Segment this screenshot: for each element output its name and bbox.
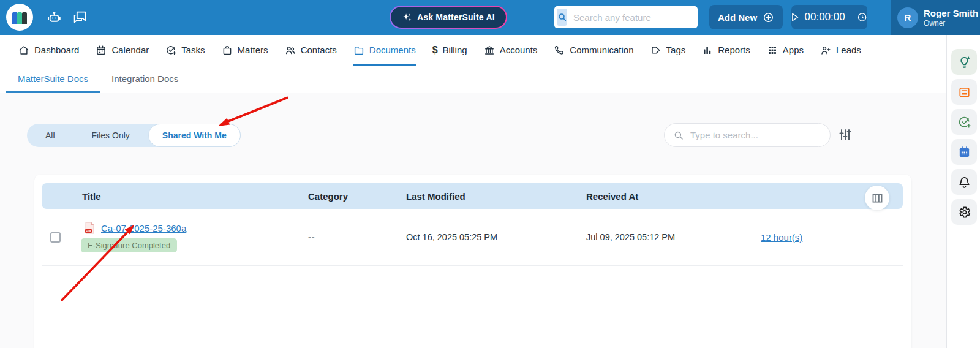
user-menu[interactable]: R Roger Smith Owner [891,0,980,35]
table-search-input[interactable] [690,130,821,140]
nav-item-communication[interactable]: Communication [554,35,633,66]
column-chooser-button[interactable] [865,186,889,210]
apps-grid-icon [767,45,778,56]
task-check-icon [165,45,176,56]
search-icon [673,130,684,141]
nav-item-documents[interactable]: Documents [353,35,416,66]
nav-item-calendar[interactable]: Calendar [96,35,149,66]
row-category: -- [305,232,403,242]
row-last-modified: Oct 16, 2025 05:25 PM [403,232,583,242]
home-icon [18,45,29,56]
right-utility-sidebar [946,35,980,348]
global-search-input[interactable] [573,12,695,23]
nav-item-leads[interactable]: Leads [820,35,861,66]
chat-icon[interactable] [72,10,88,28]
search-icon[interactable] [557,9,567,26]
nav-item-tasks[interactable]: Tasks [165,35,205,66]
lightbulb-icon [957,55,971,69]
sparkle-icon [402,12,412,23]
clock-icon[interactable] [857,12,867,23]
ai-insights-button[interactable] [951,49,977,75]
table-search [664,123,831,147]
filter-files-only[interactable]: Files Only [74,124,148,147]
notes-button[interactable] [951,79,977,105]
logo-mark [11,9,28,25]
nav-item-contacts[interactable]: Contacts [285,35,337,66]
mattersuite-app: Ask MatterSuite AI Add New 00:00:00 [0,0,980,348]
row-checkbox[interactable] [50,232,61,243]
nav-item-matters[interactable]: Matters [222,35,268,66]
row-received-at: Jul 09, 2025 05:12 PM [583,232,748,242]
app-header: Ask MatterSuite AI Add New 00:00:00 [0,0,980,35]
people-icon [285,45,296,56]
timer-value: 00:00:00 [805,11,845,23]
settings-button[interactable] [951,199,977,225]
add-new-button[interactable]: Add New [709,5,783,29]
nav-item-tags[interactable]: Tags [650,35,686,66]
timer-widget[interactable]: 00:00:00 [791,5,867,29]
table-header: Title Category Last Modified Received At [42,183,903,209]
person-plus-icon [820,45,831,56]
document-filter-group: All Files Only Shared With Me [27,124,241,147]
sidebar-divider [951,246,978,246]
user-role: Owner [924,19,978,28]
user-name: Roger Smith [924,8,978,19]
folder-icon [353,45,364,56]
col-title[interactable]: Title [80,191,305,202]
ask-mattersuite-ai-button[interactable]: Ask MatterSuite AI [390,6,507,29]
play-icon[interactable] [791,13,799,21]
timer-separator [851,12,851,23]
global-search [554,6,698,28]
phone-icon [554,45,565,56]
col-last-modified[interactable]: Last Modified [403,191,583,202]
task-add-icon [957,115,971,129]
calendar-blue-icon [957,145,971,159]
nav-item-accounts[interactable]: Accounts [484,35,538,66]
calendar-icon [96,45,107,56]
nav-item-reports[interactable]: Reports [702,35,750,66]
tag-icon [650,45,662,56]
bell-icon [957,175,971,189]
plus-circle-icon [763,12,774,23]
calendar-widget-button[interactable] [951,139,977,165]
filter-sliders-icon[interactable] [838,127,853,142]
ask-ai-label: Ask MatterSuite AI [417,12,495,22]
filter-all[interactable]: All [27,124,74,147]
gear-icon [957,205,971,219]
col-received-at[interactable]: Received At [583,191,748,202]
nav-item-apps[interactable]: Apps [767,35,804,66]
add-new-label: Add New [718,12,757,23]
documents-content: All Files Only Shared With Me Title Cate… [0,93,946,348]
docs-subtabs: MatterSuite Docs Integration Docs [0,66,946,93]
note-icon [957,85,971,99]
ai-robot-icon[interactable] [47,10,62,28]
notifications-button[interactable] [951,169,977,195]
pdf-file-icon [85,222,95,234]
nav-item-billing[interactable]: $ Billing [432,35,467,66]
nav-item-dashboard[interactable]: Dashboard [18,35,79,66]
dollar-icon: $ [432,45,438,56]
hours-link[interactable]: 12 hour(s) [748,232,802,243]
documents-table-card: Title Category Last Modified Received At [34,175,911,348]
tab-integration-docs[interactable]: Integration Docs [100,66,190,93]
esignature-status-badge: E-Signature Completed [81,238,177,252]
columns-icon [871,192,884,205]
mattersuite-logo[interactable] [6,4,33,31]
table-row: Ca-07-2025-25-360a E-Signature Completed… [42,209,903,266]
tab-mattersuite-docs[interactable]: MatterSuite Docs [6,66,100,93]
briefcase-icon [222,45,233,56]
bar-chart-icon [702,45,713,56]
avatar: R [897,7,918,28]
add-task-button[interactable] [951,109,977,135]
document-link[interactable]: Ca-07-2025-25-360a [101,223,186,233]
col-category[interactable]: Category [305,191,403,202]
main-nav: Dashboard Calendar Tasks Matters Contact… [0,35,946,66]
bank-icon [484,45,495,56]
filter-shared-with-me[interactable]: Shared With Me [148,124,241,147]
